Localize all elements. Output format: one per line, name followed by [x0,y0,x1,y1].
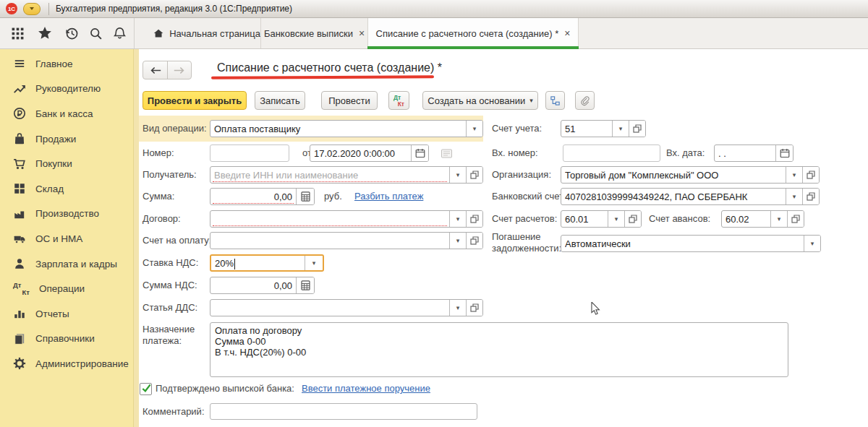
favorites-star-icon[interactable] [38,26,52,40]
payee-field: ▾ [210,166,483,184]
dropdown-button[interactable]: ▾ [608,211,624,227]
cashflow-item-input[interactable] [210,300,449,316]
vat-amount-input[interactable] [210,277,296,293]
dropdown-button[interactable]: ▾ [305,256,323,270]
open-button[interactable] [802,167,819,183]
calendar-button[interactable] [411,145,428,161]
button-label: Записать [260,95,300,106]
open-button[interactable] [787,211,804,227]
dropdown-button[interactable]: ▾ [770,211,787,227]
close-icon[interactable]: × [359,28,365,38]
calculator-button[interactable] [296,189,314,204]
debt-repayment-input[interactable] [561,236,804,251]
invoice-field: ▾ [210,232,483,249]
split-payment-link[interactable]: Разбить платеж [354,188,423,205]
open-button[interactable] [466,233,482,249]
open-button[interactable] [629,121,645,137]
dropdown-button[interactable]: ▾ [786,167,802,183]
system-menu-button[interactable] [23,3,41,15]
amount-input[interactable] [210,189,296,204]
post-button[interactable]: Провести [321,91,378,110]
sidebar-item-operations[interactable]: ДтКт Операции [0,276,133,301]
incoming-number-input[interactable] [563,145,660,161]
create-based-on-button[interactable]: Создать на основании▾ [422,91,538,110]
chevron-down-icon [30,7,34,10]
dropdown-button[interactable]: ▾ [612,121,629,137]
invoice-input[interactable] [210,233,449,249]
open-button[interactable] [802,189,819,204]
number-input[interactable] [210,145,289,161]
open-link-icon [470,236,479,245]
account-input[interactable] [561,121,612,137]
dropdown-button[interactable]: ▾ [449,233,466,249]
incoming-date-input[interactable] [715,145,775,161]
enter-payment-order-link[interactable]: Ввести платежное поручение [302,380,430,397]
bank-confirmed-checkbox[interactable] [140,383,152,395]
contract-input[interactable] [210,211,449,227]
organization-input[interactable] [561,167,786,183]
vat-rate-input[interactable] [211,256,305,270]
open-button[interactable] [466,211,482,227]
incoming-number-field [563,145,660,162]
disabled-list-icon [441,147,453,162]
sidebar-item-main[interactable]: Главное [0,51,133,77]
sidebar-item-directories[interactable]: Справочники [0,327,133,352]
sidebar-item-manager[interactable]: Руководителю [0,77,133,102]
window-titlebar: 1С Бухгалтерия предприятия, редакция 3.0… [0,0,868,18]
open-button[interactable] [466,300,482,316]
bank-account-input[interactable] [561,189,786,204]
forward-button[interactable] [167,61,191,79]
payee-label: Получатель: [142,166,197,184]
dropdown-button[interactable]: ▾ [466,121,482,137]
open-button[interactable] [466,167,482,183]
calendar-button[interactable] [775,145,793,161]
date-input[interactable] [310,145,411,161]
history-icon[interactable] [64,26,79,40]
open-link-icon [807,192,815,201]
document-structure-button[interactable] [545,91,565,110]
sidebar-item-warehouse[interactable]: Склад [0,176,133,202]
trend-chart-icon [13,82,26,95]
operation-type-input[interactable] [210,121,466,137]
tab-bank-statements[interactable]: Банковские выписки × [260,18,367,48]
sidebar-item-payroll-hr[interactable]: Зарплата и кадры [0,251,133,277]
comment-field [210,403,477,420]
attachments-button[interactable] [575,91,595,110]
sidebar-item-administration[interactable]: Администрирование [0,351,133,376]
payment-purpose-textarea[interactable] [210,322,788,377]
post-and-close-button[interactable]: Провести и закрыть [142,91,247,110]
sidebar-item-fixed-assets[interactable]: ОС и НМА [0,226,133,251]
amount-label: Сумма: [142,188,174,205]
back-button[interactable] [143,61,167,79]
dropdown-button[interactable]: ▾ [449,300,466,316]
settlement-account-input[interactable] [561,211,608,227]
dropdown-button[interactable]: ▾ [786,189,802,204]
open-link-icon [629,215,637,223]
account-label: Счет учета: [492,120,542,137]
sidebar-item-production[interactable]: Производство [0,202,133,227]
open-button[interactable] [624,211,641,227]
dropdown-button[interactable]: ▾ [449,211,466,227]
tab-home[interactable]: Начальная страница [135,18,260,48]
search-icon[interactable] [88,26,103,40]
notifications-bell-icon[interactable] [112,26,127,40]
save-button[interactable]: Записать [255,91,305,110]
payee-input[interactable] [210,167,449,183]
currency-label: руб. [324,188,342,205]
home-icon [153,27,163,40]
sidebar-item-purchases[interactable]: Покупки [0,151,133,176]
menu-grid-icon[interactable] [10,26,25,40]
calculator-button[interactable] [296,277,314,293]
tab-write-off-active[interactable]: Списание с расчетного счета (создание) *… [367,18,579,48]
advance-account-input[interactable] [722,211,770,227]
dropdown-button[interactable]: ▾ [804,236,820,251]
sidebar-item-sales[interactable]: Продажи [0,126,133,152]
sidebar-item-reports[interactable]: Отчеты [0,301,133,327]
sidebar-item-bank-cash[interactable]: Банк и касса [0,101,133,126]
sidebar-item-label: Главное [35,59,73,69]
dropdown-button[interactable]: ▾ [449,167,466,183]
show-postings-button[interactable]: ДтКт [388,91,409,110]
close-icon[interactable]: × [564,28,570,38]
button-label: Провести [328,95,370,106]
comment-input[interactable] [210,404,477,419]
